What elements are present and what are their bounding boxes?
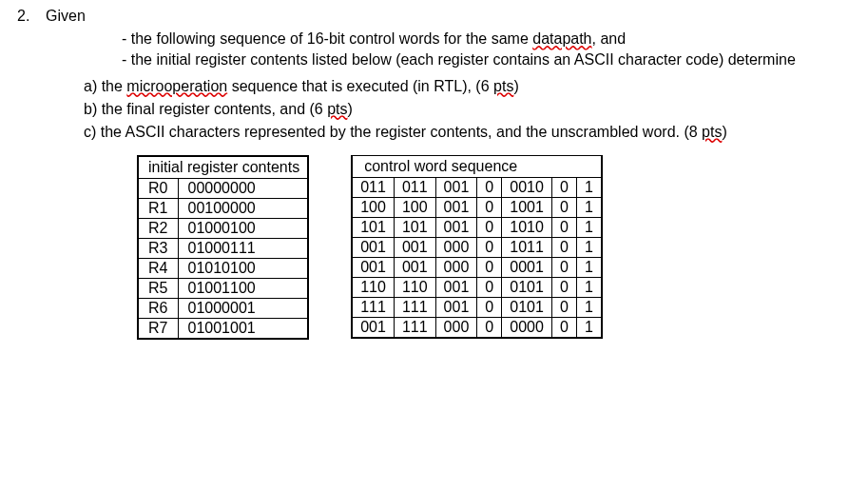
control-word-cell: 0 bbox=[551, 177, 576, 197]
register-name: R1 bbox=[138, 198, 178, 218]
control-word-cell: 000 bbox=[435, 237, 477, 257]
control-word-cell: 0 bbox=[551, 297, 576, 317]
control-word-cell: 1 bbox=[576, 217, 601, 237]
control-word-cell: 1 bbox=[576, 177, 601, 197]
control-word-cell: 1011 bbox=[502, 237, 552, 257]
control-word-cell: 1010 bbox=[502, 217, 552, 237]
control-word-cell: 011 bbox=[352, 177, 394, 197]
control-word-cell: 111 bbox=[352, 297, 394, 317]
bullet-1-post: , and bbox=[592, 30, 627, 47]
part-c-end: ) bbox=[722, 124, 726, 140]
bullet-1: - the following sequence of 16-bit contr… bbox=[122, 29, 853, 49]
control-word-cell: 0101 bbox=[502, 297, 552, 317]
table-row: 1011010010101001 bbox=[352, 217, 602, 237]
table-row: 1101100010010101 bbox=[352, 277, 602, 297]
table-row: R301000111 bbox=[138, 238, 308, 258]
table-row: R000000000 bbox=[138, 178, 308, 198]
control-word-cell: 001 bbox=[394, 237, 435, 257]
control-word-cell: 0 bbox=[551, 217, 576, 237]
control-word-cell: 100 bbox=[352, 197, 394, 217]
register-table-title: initial register contents bbox=[138, 156, 308, 179]
control-word-cell: 0 bbox=[551, 277, 576, 297]
table-row: 0010010000101101 bbox=[352, 237, 602, 257]
register-name: R6 bbox=[138, 298, 178, 318]
register-value: 00100000 bbox=[178, 198, 308, 218]
control-word-cell: 0 bbox=[477, 257, 502, 277]
question-number: 2. bbox=[15, 8, 38, 25]
control-word-cell: 0 bbox=[551, 317, 576, 338]
control-word-cell: 001 bbox=[435, 177, 477, 197]
control-word-cell: 0 bbox=[477, 317, 502, 338]
table-row: 0110110010001001 bbox=[352, 177, 602, 197]
control-word-cell: 1 bbox=[576, 277, 601, 297]
control-word-cell: 1 bbox=[576, 297, 601, 317]
control-word-cell: 0 bbox=[477, 237, 502, 257]
bullet-1-datapath: datapath bbox=[532, 30, 591, 47]
part-b-pre: b) the final register contents, and (6 bbox=[84, 101, 327, 117]
register-value: 00000000 bbox=[178, 178, 308, 198]
control-word-cell: 1 bbox=[576, 197, 601, 217]
bullet-1-pre: - the following sequence of 16-bit contr… bbox=[122, 30, 532, 47]
part-a-pre: a) the bbox=[84, 78, 126, 94]
control-word-cell: 0 bbox=[551, 237, 576, 257]
register-name: R2 bbox=[138, 218, 178, 238]
register-name: R4 bbox=[138, 258, 178, 278]
given-label: Given bbox=[38, 8, 86, 25]
control-word-cell: 001 bbox=[394, 257, 435, 277]
control-word-cell: 111 bbox=[394, 297, 435, 317]
part-a-end: ) bbox=[513, 78, 518, 94]
part-b-end: ) bbox=[347, 101, 352, 117]
register-name: R3 bbox=[138, 238, 178, 258]
control-word-cell: 110 bbox=[352, 277, 394, 297]
control-word-cell: 011 bbox=[394, 177, 435, 197]
control-word-cell: 001 bbox=[352, 237, 394, 257]
control-word-table: control word sequence 011011001000100110… bbox=[351, 155, 603, 339]
control-word-cell: 0 bbox=[477, 217, 502, 237]
table-row: R601000001 bbox=[138, 298, 308, 318]
control-word-cell: 0001 bbox=[502, 257, 552, 277]
control-word-cell: 1 bbox=[576, 257, 601, 277]
register-value: 01000001 bbox=[178, 298, 308, 318]
register-table: initial register contents R000000000R100… bbox=[137, 155, 309, 340]
control-word-cell: 111 bbox=[394, 317, 435, 338]
control-word-title: control word sequence bbox=[352, 155, 602, 177]
control-word-cell: 001 bbox=[435, 197, 477, 217]
control-word-cell: 0 bbox=[477, 277, 502, 297]
control-word-cell: 1 bbox=[576, 317, 601, 338]
part-a-pts: pts bbox=[493, 78, 513, 94]
control-word-cell: 0000 bbox=[502, 317, 552, 338]
control-word-cell: 0101 bbox=[502, 277, 552, 297]
control-word-cell: 001 bbox=[352, 317, 394, 338]
part-a-microoperation: microoperation bbox=[126, 78, 227, 94]
bullet-2: - the initial register contents listed b… bbox=[122, 49, 853, 70]
table-row: R401010100 bbox=[138, 258, 308, 278]
register-name: R0 bbox=[138, 178, 178, 198]
control-word-cell: 000 bbox=[435, 317, 477, 338]
part-a-mid: sequence that is executed (in RTL), (6 bbox=[227, 78, 493, 94]
part-c: c) the ASCII characters represented by t… bbox=[84, 121, 853, 144]
control-word-cell: 000 bbox=[435, 257, 477, 277]
control-word-cell: 0 bbox=[477, 197, 502, 217]
part-b: b) the final register contents, and (6 p… bbox=[84, 98, 853, 121]
register-name: R7 bbox=[138, 318, 178, 339]
register-value: 01001100 bbox=[178, 278, 308, 298]
table-row: R701001001 bbox=[138, 318, 308, 339]
control-word-cell: 001 bbox=[435, 217, 477, 237]
control-word-cell: 0010 bbox=[502, 177, 552, 197]
table-row: R501001100 bbox=[138, 278, 308, 298]
part-c-pre: c) the ASCII characters represented by t… bbox=[84, 124, 702, 140]
control-word-cell: 0 bbox=[477, 177, 502, 197]
table-row: 0010010000000101 bbox=[352, 257, 602, 277]
part-a: a) the microoperation sequence that is e… bbox=[84, 75, 853, 98]
control-word-cell: 101 bbox=[352, 217, 394, 237]
control-word-cell: 0 bbox=[551, 197, 576, 217]
control-word-cell: 100 bbox=[394, 197, 435, 217]
control-word-cell: 1 bbox=[576, 237, 601, 257]
control-word-cell: 0 bbox=[551, 257, 576, 277]
control-word-cell: 1001 bbox=[502, 197, 552, 217]
register-value: 01000111 bbox=[178, 238, 308, 258]
control-word-cell: 0 bbox=[477, 297, 502, 317]
register-value: 01000100 bbox=[178, 218, 308, 238]
control-word-cell: 001 bbox=[435, 297, 477, 317]
part-c-pts: pts bbox=[702, 124, 722, 140]
